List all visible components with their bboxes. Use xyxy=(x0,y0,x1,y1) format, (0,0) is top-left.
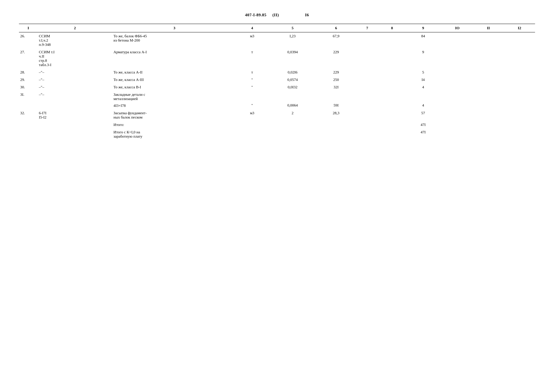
row28-val5: 0,02I6 xyxy=(268,69,318,76)
itogo-val12 xyxy=(504,121,535,128)
row26-val6: 67,9 xyxy=(318,32,355,48)
itogo-k-val8 xyxy=(380,128,404,140)
row31-val10 xyxy=(442,91,473,109)
row26-val5: I,23 xyxy=(268,32,318,48)
row30-unit: " xyxy=(236,84,268,91)
row30-val7 xyxy=(355,84,380,91)
col-header-4: 4 xyxy=(236,24,268,32)
row28-val9: 5 xyxy=(404,69,442,76)
row27-unit: т xyxy=(236,48,268,69)
row29-unit: " xyxy=(236,76,268,84)
row26-val12 xyxy=(504,32,535,48)
row27-val12 xyxy=(504,48,535,69)
itogo-k-val5 xyxy=(268,128,318,140)
itogo-k-ref xyxy=(38,128,112,140)
row31-num: 3I. xyxy=(19,91,38,109)
row27-val11 xyxy=(473,48,504,69)
row29-val5: 0,0574 xyxy=(268,76,318,84)
row32-val5: 2 xyxy=(268,109,318,121)
row32-val10 xyxy=(442,109,473,121)
row26-unit: м3 xyxy=(236,32,268,48)
row28-num: 28. xyxy=(19,69,38,76)
row27-val8 xyxy=(380,48,404,69)
row29-val12 xyxy=(504,76,535,84)
table-row: 3I. –"– Закладные детали с металлизацией… xyxy=(19,91,535,109)
col-header-2: 2 xyxy=(38,24,112,32)
itogo-val11 xyxy=(473,121,504,128)
col-header-10: IO xyxy=(442,24,473,32)
row29-val11 xyxy=(473,76,504,84)
table-row: 30. –"– То же, класса В-I " 0,0I32 32I 4 xyxy=(19,84,535,91)
itogo-k-unit xyxy=(236,128,268,140)
row30-val9: 4 xyxy=(404,84,442,91)
row28-val11 xyxy=(473,69,504,76)
col-header-5: 5 xyxy=(268,24,318,32)
row32-unit: м3 xyxy=(236,109,268,121)
itogo-val8 xyxy=(380,121,404,128)
table-row: 28. –"– То же, класса А-II т 0,02I6 229 … xyxy=(19,69,535,76)
itogo-k-val11 xyxy=(473,128,504,140)
itogo-k-row: Итого с К=I,0 на заработную плату 47I xyxy=(19,128,535,140)
table-wrapper: I 2 3 4 5 6 7 8 9 IO II I2 26. xyxy=(19,24,535,140)
row31-ref: –"– xyxy=(38,91,112,109)
table-row: 26. ССИМ т.I,ч.2 п.9-348 То же, балок ФБ… xyxy=(19,32,535,48)
col-header-1: I xyxy=(19,24,38,32)
row28-ref: –"– xyxy=(38,69,112,76)
itogo-row: Итого: 47I xyxy=(19,121,535,128)
row26-val11 xyxy=(473,32,504,48)
itogo-k-val7 xyxy=(355,128,380,140)
itogo-num xyxy=(19,121,38,128)
row31-val5: 0,0064 xyxy=(268,91,318,109)
header-subtitle: (II) xyxy=(272,13,279,17)
itogo-unit xyxy=(236,121,268,128)
itogo-val6 xyxy=(318,121,355,128)
table-row: 32. 6-I7I I5-I2 Засыпка фундамент- ных б… xyxy=(19,109,535,121)
row26-ref: ССИМ т.I,ч.2 п.9-348 xyxy=(38,32,112,48)
itogo-k-num xyxy=(19,128,38,140)
row31-val7 xyxy=(355,91,380,109)
row26-val8 xyxy=(380,32,404,48)
row30-num: 30. xyxy=(19,84,38,91)
row27-num: 27. xyxy=(19,48,38,69)
row27-val7 xyxy=(355,48,380,69)
itogo-k-val9: 47I xyxy=(404,128,442,140)
row27-val9: 9 xyxy=(404,48,442,69)
row29-num: 29. xyxy=(19,76,38,84)
column-header-row: I 2 3 4 5 6 7 8 9 IO II I2 xyxy=(19,24,535,32)
row26-val9: 84 xyxy=(404,32,442,48)
itogo-k-val10 xyxy=(442,128,473,140)
row29-ref: –"– xyxy=(38,76,112,84)
table-row: 27. ССИМ т.I ч.II стр.8 табл.3-I Арматур… xyxy=(19,48,535,69)
itogo-val10 xyxy=(442,121,473,128)
row32-val6: 28,3 xyxy=(318,109,355,121)
col-header-3: 3 xyxy=(112,24,236,32)
table-row: 29. –"– То же, класса А-III " 0,0574 250… xyxy=(19,76,535,84)
col-header-11: II xyxy=(473,24,504,32)
row31-val6: 59I xyxy=(318,91,355,109)
row28-val10 xyxy=(442,69,473,76)
row32-num: 32. xyxy=(19,109,38,121)
itogo-k-val6 xyxy=(318,128,355,140)
itogo-k-label: Итого с К=I,0 на заработную плату xyxy=(112,128,236,140)
main-table: I 2 3 4 5 6 7 8 9 IO II I2 26. xyxy=(19,24,535,140)
row32-ref: 6-I7I I5-I2 xyxy=(38,109,112,121)
row26-num: 26. xyxy=(19,32,38,48)
col-header-7: 7 xyxy=(355,24,380,32)
row30-val8 xyxy=(380,84,404,91)
row27-val10 xyxy=(442,48,473,69)
row28-unit: т xyxy=(236,69,268,76)
row30-ref: –"– xyxy=(38,84,112,91)
itogo-ref xyxy=(38,121,112,128)
row28-desc: То же, класса А-II xyxy=(112,69,236,76)
row32-val9: 57 xyxy=(404,109,442,121)
row31-val9: 4 xyxy=(404,91,442,109)
row32-val11 xyxy=(473,109,504,121)
row30-val11 xyxy=(473,84,504,91)
page-header: 407-I-89.85 (II) I6 xyxy=(19,13,535,17)
row30-val12 xyxy=(504,84,535,91)
col-header-8: 8 xyxy=(380,24,404,32)
row32-val8 xyxy=(380,109,404,121)
row27-ref: ССИМ т.I ч.II стр.8 табл.3-I xyxy=(38,48,112,69)
col-header-12: I2 xyxy=(504,24,535,32)
itogo-val9: 47I xyxy=(404,121,442,128)
